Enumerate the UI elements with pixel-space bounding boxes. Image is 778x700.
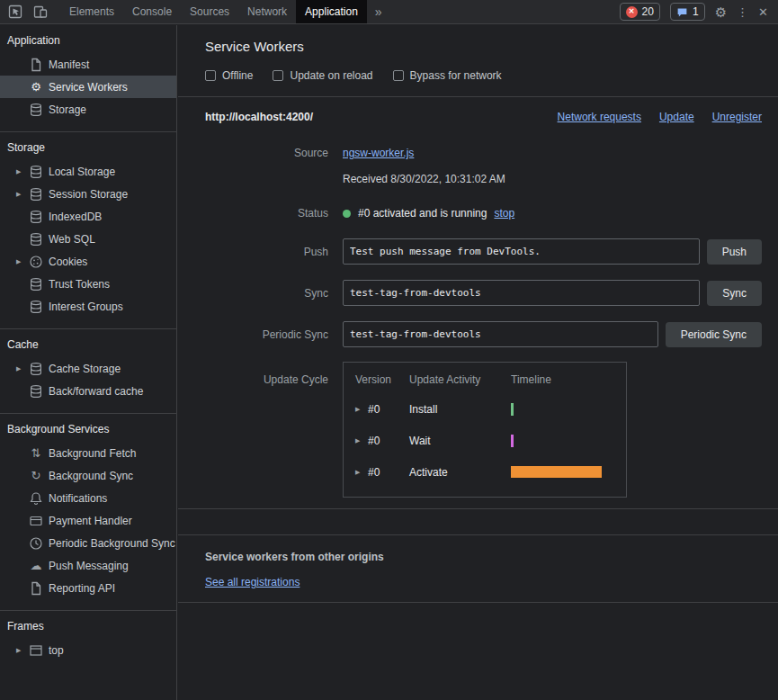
source-row: Source ngsw-worker.js Received 8/30/2022… xyxy=(205,147,762,185)
close-icon[interactable]: ✕ xyxy=(758,6,768,18)
sidebar-item-cache-storage[interactable]: ▶ Cache Storage xyxy=(0,357,176,380)
expander-icon[interactable]: ▶ xyxy=(16,258,29,265)
sidebar-item-top-frame[interactable]: ▶ top xyxy=(0,639,176,661)
sidebar-item-label: Interest Groups xyxy=(49,301,123,313)
sidebar-item-label: Service Workers xyxy=(49,81,128,94)
source-file-link[interactable]: ngsw-worker.js xyxy=(343,147,414,159)
timeline-bar xyxy=(511,466,602,478)
column-header-update-activity: Update Activity xyxy=(409,373,511,386)
periodic-sync-button[interactable]: Periodic Sync xyxy=(666,322,762,347)
table-row[interactable]: ▶#0 Activate xyxy=(355,456,614,488)
issues-badge[interactable]: 1 xyxy=(670,3,705,21)
see-all-registrations-link[interactable]: See all registrations xyxy=(205,576,300,588)
sidebar-item-manifest[interactable]: Manifest xyxy=(0,53,176,76)
error-badge[interactable]: ✕ 20 xyxy=(620,3,660,21)
sidebar-item-label: Reporting API xyxy=(49,582,115,595)
tab-network[interactable]: Network xyxy=(238,0,296,23)
expander-icon[interactable]: ▶ xyxy=(355,437,368,444)
sidebar-item-label: Local Storage xyxy=(49,166,115,178)
sync-button[interactable]: Sync xyxy=(707,281,762,306)
push-button[interactable]: Push xyxy=(707,239,762,265)
update-link[interactable]: Update xyxy=(659,111,694,123)
sidebar-item-push-messaging[interactable]: ☁ Push Messaging xyxy=(0,554,176,577)
checkbox-box[interactable] xyxy=(393,70,404,81)
unregister-link[interactable]: Unregister xyxy=(712,111,762,123)
periodic-sync-content: Periodic Sync xyxy=(343,321,762,347)
push-message-input[interactable] xyxy=(343,238,700,265)
sidebar-item-web-sql[interactable]: Web SQL xyxy=(0,228,176,250)
sidebar-item-background-fetch[interactable]: ⇅ Background Fetch xyxy=(0,442,176,464)
update-cycle-table: Version Update Activity Timeline ▶#0 Ins… xyxy=(343,362,627,498)
sidebar-item-label: Cache Storage xyxy=(49,363,121,375)
sidebar-item-periodic-background-sync[interactable]: Periodic Background Sync xyxy=(0,532,176,554)
sidebar-item-label: Notifications xyxy=(49,492,107,505)
offline-checkbox[interactable]: Offline xyxy=(205,69,253,82)
sidebar-item-back-forward-cache[interactable]: Back/forward cache xyxy=(0,380,176,402)
section-cache: Cache ▶ Cache Storage Back/forward cache xyxy=(0,328,176,413)
table-row[interactable]: ▶#0 Wait xyxy=(355,425,614,456)
sidebar-item-interest-groups[interactable]: Interest Groups xyxy=(0,295,176,318)
sidebar-item-local-storage[interactable]: ▶ Local Storage xyxy=(0,160,176,183)
periodic-sync-row: Periodic Sync Periodic Sync xyxy=(205,321,762,347)
tab-application[interactable]: Application xyxy=(296,0,367,23)
tab-label: Console xyxy=(132,5,172,18)
periodic-sync-tag-input[interactable] xyxy=(343,321,658,347)
section-divider xyxy=(178,602,778,603)
sidebar-item-service-workers[interactable]: ⚙ Service Workers xyxy=(0,76,176,98)
sync-label: Sync xyxy=(205,287,328,300)
section-title: Frames xyxy=(0,611,176,639)
expander-icon[interactable]: ▶ xyxy=(355,469,368,475)
other-origins-title: Service workers from other origins xyxy=(205,551,762,563)
sync-row: Sync Sync xyxy=(205,280,762,306)
update-on-reload-checkbox[interactable]: Update on reload xyxy=(273,69,372,82)
table-row[interactable]: ▶#0 Install xyxy=(355,393,614,425)
sidebar-item-payment-handler[interactable]: Payment Handler xyxy=(0,509,176,532)
network-requests-link[interactable]: Network requests xyxy=(558,111,641,123)
sidebar-item-session-storage[interactable]: ▶ Session Storage xyxy=(0,183,176,205)
source-label: Source xyxy=(205,147,328,159)
status-label: Status xyxy=(205,207,328,220)
expander-icon[interactable]: ▶ xyxy=(16,168,29,175)
source-content: ngsw-worker.js Received 8/30/2022, 10:31… xyxy=(343,147,505,185)
expander-icon[interactable]: ▶ xyxy=(16,191,29,197)
more-tabs-icon[interactable]: » xyxy=(367,0,390,23)
device-toolbar-icon[interactable] xyxy=(33,4,48,19)
tab-label: Network xyxy=(247,5,287,18)
sidebar-item-background-sync[interactable]: ↻ Background Sync xyxy=(0,464,176,487)
timeline-cell xyxy=(511,403,614,416)
worker-options: Offline Update on reload Bypass for netw… xyxy=(205,69,762,96)
inspect-element-icon[interactable] xyxy=(8,4,22,19)
database-icon xyxy=(29,187,43,202)
sidebar-item-indexeddb[interactable]: IndexedDB xyxy=(0,205,176,228)
sidebar-item-reporting-api[interactable]: Reporting API xyxy=(0,577,176,599)
checkbox-box[interactable] xyxy=(205,70,216,81)
sidebar-item-label: Payment Handler xyxy=(49,515,132,527)
sidebar-item-notifications[interactable]: Notifications xyxy=(0,487,176,509)
error-count: 20 xyxy=(642,5,654,18)
column-header-version: Version xyxy=(355,373,409,386)
update-cycle-row: Update Cycle Version Update Activity Tim… xyxy=(205,362,762,498)
status-text: #0 activated and is running xyxy=(358,207,487,220)
section-application: Application Manifest ⚙ Service Workers S… xyxy=(0,25,176,131)
worker-origin-row: http://localhost:4200/ Network requests … xyxy=(205,111,762,123)
sidebar-item-label: Background Fetch xyxy=(49,447,136,460)
tab-console[interactable]: Console xyxy=(123,0,181,23)
sidebar-item-trust-tokens[interactable]: Trust Tokens xyxy=(0,273,176,295)
tab-elements[interactable]: Elements xyxy=(60,0,123,23)
expander-icon[interactable]: ▶ xyxy=(355,406,368,412)
overflow-menu-icon[interactable]: ⋮ xyxy=(737,6,748,18)
section-title: Background Services xyxy=(0,414,176,442)
error-x-glyph: ✕ xyxy=(629,8,635,15)
expander-icon[interactable]: ▶ xyxy=(16,365,29,372)
sync-tag-input[interactable] xyxy=(343,280,700,306)
tab-sources[interactable]: Sources xyxy=(181,0,238,23)
sidebar-item-storage[interactable]: Storage xyxy=(0,98,176,121)
cloud-icon: ☁ xyxy=(29,559,43,573)
bypass-for-network-checkbox[interactable]: Bypass for network xyxy=(393,69,502,82)
checkbox-box[interactable] xyxy=(273,70,283,81)
sidebar-item-label: top xyxy=(49,644,64,657)
stop-link[interactable]: stop xyxy=(494,207,514,220)
expander-icon[interactable]: ▶ xyxy=(16,647,29,653)
settings-gear-icon[interactable]: ⚙ xyxy=(715,5,727,19)
sidebar-item-cookies[interactable]: ▶ Cookies xyxy=(0,250,176,273)
